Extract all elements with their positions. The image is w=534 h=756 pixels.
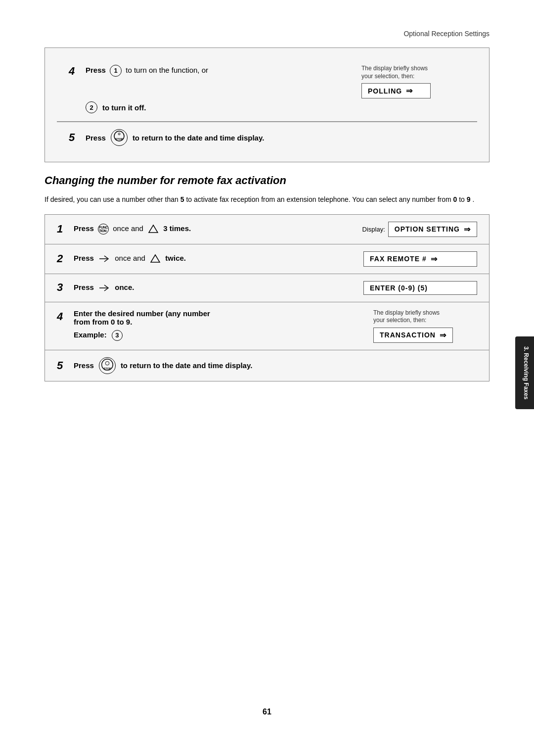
bstep4-display: The display briefly shows your selection… (373, 309, 477, 343)
step4-display-arrow: ⇒ (406, 86, 413, 95)
bstep3-press: Press (74, 283, 94, 291)
step4-content: Press 1 to turn on the function, or (86, 65, 361, 77)
step4-text: Press 1 to turn on the function, or (86, 65, 361, 77)
section-desc: If desired, you can use a number other t… (44, 194, 490, 205)
bstep3-num: 3 (57, 281, 71, 294)
bstep2-num: 2 (57, 252, 71, 265)
bstep3-display-box: ENTER (0-9) (5) (363, 281, 477, 295)
bstep4-num: 4 (57, 310, 71, 323)
bstep2-display-text: FAX REMOTE # (370, 255, 427, 263)
step4-display-note: The display briefly shows your selection… (361, 65, 428, 80)
page-header: Optional Reception Settings (0, 0, 534, 47)
bstep4-text2: from from 0 to 9. (74, 318, 132, 326)
example-label: Example: (74, 331, 107, 339)
svg-text:STOP: STOP (103, 367, 111, 370)
bstep1-display-label: Display: (362, 226, 385, 233)
page-number: 61 (263, 708, 271, 716)
main-content: 4 Press 1 to turn on the function, or Th… (0, 47, 534, 381)
side-tab-text: 3. Receiving Faxes (523, 346, 530, 399)
bstep3-content: Press once. (74, 283, 363, 293)
bstep1-row: 1 Press FUNCTION once and 3 times. Displ… (45, 215, 489, 244)
side-tab: 3. Receiving Faxes (515, 336, 534, 409)
step4-row2: 2 to turn it off. (57, 98, 477, 121)
bstep4-content: Enter the desired number (any number fro… (74, 309, 373, 341)
btn-scroll-1[interactable] (147, 223, 160, 236)
step5-row: 5 Press ⊙ STOP to return to the date and… (57, 122, 477, 153)
desc-bold1: 5 (180, 195, 184, 203)
bstep4-display-note: The display briefly shows your selection… (373, 309, 440, 325)
desc3: to (459, 195, 465, 203)
bstep1-text2: once and (113, 224, 143, 233)
bstep5-press: Press (74, 361, 94, 370)
section-heading: Changing the number for remote fax activ… (44, 174, 490, 187)
bstep2-press: Press (74, 254, 94, 262)
step4-row: 4 Press 1 to turn on the function, or Th… (57, 57, 477, 98)
desc-bold2: 0 (453, 195, 457, 203)
bstep4-display-text: TRANSACTION (380, 331, 436, 339)
bstep2-content: Press once and twice. (74, 252, 363, 265)
desc4: . (472, 195, 474, 203)
bstep5-row: 5 Press STOP to return to the date and t… (45, 350, 489, 381)
bstep3-display-text: ENTER (0-9) (5) (370, 284, 428, 292)
bottom-instruction-box: 1 Press FUNCTION once and 3 times. Displ… (44, 214, 490, 381)
desc2: to activate fax reception from an extens… (186, 195, 451, 203)
step4-line2: to turn it off. (102, 103, 146, 112)
bstep5-num: 5 (57, 359, 71, 372)
step5-press: Press (86, 134, 106, 142)
svg-text:STOP: STOP (115, 138, 123, 141)
btn-2[interactable]: 2 (86, 101, 97, 113)
step4-text1b: to turn on the function, or (126, 66, 208, 74)
desc-bold3: 9 (467, 195, 471, 203)
btn-stop-bottom[interactable]: STOP (99, 357, 116, 374)
bstep2-display-box: FAX REMOTE # ⇒ (363, 251, 477, 267)
step5-num: 5 (69, 131, 83, 144)
bstep4-text1: Enter the desired number (any number (74, 309, 210, 318)
bstep1-content: Press FUNCTION once and 3 times. (74, 223, 362, 236)
btn-1[interactable]: 1 (110, 65, 122, 77)
stop-icon-circle: ⊙ STOP (111, 129, 127, 146)
bstep2-text3: twice. (165, 254, 186, 262)
step5-text: to return to the date and time display. (133, 134, 264, 142)
bstep1-display-box: OPTION SETTING ⇒ (388, 222, 477, 237)
bstep5-text: to return to the date and time display. (121, 361, 252, 370)
btn-stop-top[interactable]: ⊙ STOP (111, 129, 128, 146)
bstep4-display-box: TRANSACTION ⇒ (373, 328, 453, 343)
step4-display: The display briefly shows your selection… (361, 65, 465, 98)
bstep1-display-area: Display: OPTION SETTING ⇒ (362, 222, 477, 237)
bstep1-arrow: ⇒ (464, 225, 471, 234)
bstep4-example: Example: 3 (74, 330, 373, 341)
desc1: If desired, you can use a number other t… (44, 195, 178, 203)
step4-display-text: POLLING (368, 87, 402, 95)
bstep2-arrow: ⇒ (431, 254, 438, 264)
top-instruction-box: 4 Press 1 to turn on the function, or Th… (44, 47, 490, 162)
bstep1-text3: 3 times. (163, 224, 191, 233)
step4-num: 4 (69, 65, 83, 78)
bstep1-num: 1 (57, 223, 71, 236)
bstep2-row: 2 Press once and twice. FAX REMOTE # (45, 244, 489, 274)
svg-point-4 (105, 361, 109, 365)
bstep4-row: 4 Enter the desired number (any number f… (45, 302, 489, 350)
header-title: Optional Reception Settings (403, 30, 490, 38)
bstep3-row: 3 Press once. ENTER (0-9) (5) (45, 274, 489, 302)
bstep2-text2: once and (115, 254, 145, 262)
btn-nav-2a[interactable] (97, 253, 111, 264)
btn-function[interactable]: FUNCTION (98, 224, 109, 235)
btn-example-3[interactable]: 3 (112, 330, 123, 341)
svg-text:⊙: ⊙ (118, 132, 121, 136)
step4-display-box: POLLING ⇒ (361, 83, 431, 98)
bstep3-display-area: ENTER (0-9) (5) (363, 281, 477, 295)
bstep3-text2: once. (115, 283, 134, 291)
bstep2-display-area: FAX REMOTE # ⇒ (363, 251, 477, 267)
function-label: FUNCTION (99, 226, 107, 233)
step4-press-label: Press (86, 66, 106, 74)
bstep1-display-text: OPTION SETTING (395, 225, 460, 233)
btn-nav-3[interactable] (97, 283, 111, 293)
btn-scroll-2[interactable] (149, 252, 162, 265)
bstep4-arrow: ⇒ (440, 331, 446, 340)
bstep1-press: Press (74, 224, 94, 233)
